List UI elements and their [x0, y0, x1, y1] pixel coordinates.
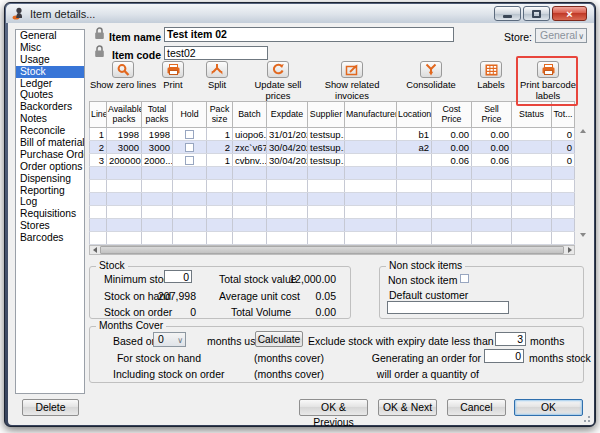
months-cover-hint-1: (months cover) — [254, 352, 324, 364]
col-pack-size[interactable]: Pack size — [207, 102, 233, 128]
sidebar-item-log[interactable]: Log — [16, 196, 84, 208]
ok-next-button[interactable]: OK & Next — [378, 399, 437, 416]
sidebar-item-bill-of-materials[interactable]: Bill of materials — [16, 137, 84, 149]
delete-button[interactable]: Delete — [22, 399, 79, 416]
barcode-printer-icon — [537, 61, 559, 78]
maximize-button[interactable] — [523, 6, 550, 21]
stock-on-hand-value: 207,998 — [138, 290, 196, 302]
show-related-invoices-button[interactable]: Show related invoices — [308, 61, 396, 101]
col-line[interactable]: Line — [90, 102, 107, 128]
total-volume-value: 0.00 — [278, 306, 336, 318]
chevron-down-icon: ∨ — [177, 334, 183, 347]
sidebar-item-general[interactable]: General — [16, 30, 84, 42]
close-button[interactable]: × — [552, 6, 587, 21]
sidebar-item-backorders[interactable]: Backorders — [16, 101, 84, 113]
default-customer-label: Default customer — [389, 289, 468, 301]
stock-on-order-value: 0 — [138, 306, 196, 318]
default-customer-input[interactable] — [387, 301, 509, 314]
generating-order-label: Generating an order for — [338, 352, 481, 364]
title-bar[interactable]: Item details... × — [6, 4, 594, 23]
scroll-left-arrow[interactable] — [90, 246, 99, 254]
sidebar-item-quotes[interactable]: Quotes — [16, 89, 84, 101]
col-cost-price[interactable]: Cost Price — [432, 102, 472, 128]
update-sell-prices-button[interactable]: Update sell prices — [242, 61, 314, 101]
labels-button[interactable]: Labels — [463, 61, 519, 91]
including-stock-label: Including stock on order — [113, 368, 201, 380]
sidebar-item-requisitions[interactable]: Requisitions — [16, 208, 84, 220]
sidebar-item-dispensing[interactable]: Dispensing — [16, 173, 84, 185]
sidebar-item-reporting[interactable]: Reporting — [16, 185, 84, 197]
item-name-label: Item name — [101, 31, 161, 43]
consolidate-button[interactable]: Consolidate — [397, 61, 465, 91]
col-manufacturer[interactable]: Manufacturer — [345, 102, 397, 128]
minimum-stock-input[interactable]: 0 — [164, 270, 192, 283]
table-row-empty[interactable] — [90, 167, 575, 180]
merge-arrows-icon — [420, 61, 442, 78]
print-barcode-labels-button[interactable]: Print barcode labels — [519, 61, 577, 101]
col-hold[interactable]: Hold — [173, 102, 207, 128]
table-row[interactable]: 1 1998 1998 1 uiopo6... 31/01/2020 tests… — [90, 128, 575, 141]
hold-checkbox[interactable] — [185, 156, 194, 165]
non-stock-item-label: Non stock item — [388, 274, 456, 286]
sidebar-item-notes[interactable]: Notes — [16, 113, 84, 125]
table-row[interactable]: 3 200000 2000... 1 cvbnv... 30/04/2024 t… — [90, 154, 575, 167]
total-stock-value: 12,000.00 — [278, 273, 336, 285]
horizontal-scrollbar[interactable] — [89, 245, 575, 255]
ok-button[interactable]: OK — [514, 399, 583, 416]
generating-order-input[interactable]: 0 — [484, 349, 524, 363]
sidebar-item-usage[interactable]: Usage — [16, 54, 84, 66]
scroll-right-arrow[interactable] — [565, 246, 574, 254]
sidebar-item-purchase-orders[interactable]: Purchase Orders — [16, 149, 84, 161]
minimize-button[interactable] — [494, 6, 521, 21]
table-row[interactable]: 2 3000 3000 2 zxc`v67 30/04/2023 testsup… — [90, 141, 575, 154]
table-row-empty[interactable] — [90, 193, 575, 206]
col-total[interactable]: Tot... — [552, 102, 575, 128]
sidebar-item-misc[interactable]: Misc — [16, 42, 84, 54]
col-location[interactable]: Location — [397, 102, 432, 128]
table-row-empty[interactable] — [90, 219, 575, 232]
sidebar-item-stores[interactable]: Stores — [16, 220, 84, 232]
table-row-empty[interactable] — [90, 232, 575, 245]
split-button[interactable]: Split — [183, 61, 251, 91]
non-stock-item-checkbox[interactable] — [460, 274, 469, 283]
grid-labels-icon — [480, 61, 502, 78]
scroll-down-arrow[interactable] — [578, 231, 588, 239]
sidebar-item-stock[interactable]: Stock — [16, 66, 84, 78]
item-code-label: Item code — [101, 49, 161, 61]
col-expdate[interactable]: Expdate — [267, 102, 308, 128]
magnifier-icon — [112, 61, 134, 78]
cancel-button[interactable]: Cancel — [447, 399, 506, 416]
store-select[interactable]: General ∨ — [535, 28, 587, 43]
scroll-up-arrow[interactable] — [578, 127, 588, 135]
col-status[interactable]: Status — [512, 102, 552, 128]
sidebar-item-reconcile[interactable]: Reconcile — [16, 125, 84, 137]
chevron-down-icon: ∨ — [578, 30, 584, 43]
item-code-input[interactable]: test02 — [164, 46, 268, 60]
based-on-select[interactable]: 0 ∨ — [153, 332, 186, 347]
exclude-expiry-label: Exclude stock with expiry date less than — [308, 335, 491, 347]
hold-checkbox[interactable] — [185, 130, 194, 139]
screenshot-stage: Item details... × General Misc Usage Sto… — [0, 0, 600, 433]
hold-checkbox[interactable] — [185, 143, 194, 152]
window-title: Item details... — [30, 8, 95, 20]
item-name-input[interactable]: Test item 02 — [164, 27, 454, 42]
col-total-packs[interactable]: Total packs — [142, 102, 173, 128]
stock-group-legend: Stock — [96, 260, 128, 271]
sidebar-item-barcodes[interactable]: Barcodes — [16, 232, 84, 244]
table-row-empty[interactable] — [90, 180, 575, 193]
sidebar-item-order-options[interactable]: Order options — [16, 161, 84, 173]
resize-grip-icon[interactable] — [581, 413, 591, 423]
split-arrows-icon — [206, 61, 228, 78]
col-supplier[interactable]: Supplier — [308, 102, 345, 128]
calculate-button[interactable]: Calculate — [255, 331, 303, 347]
table-row-empty[interactable] — [90, 206, 575, 219]
col-available-packs[interactable]: Available packs — [107, 102, 142, 128]
sidebar-item-ledger[interactable]: Ledger — [16, 78, 84, 90]
refresh-icon — [267, 61, 289, 78]
scrollbar-thumb[interactable] — [100, 246, 564, 254]
sidebar: General Misc Usage Stock Ledger Quotes B… — [15, 29, 85, 394]
col-batch[interactable]: Batch — [233, 102, 267, 128]
exclude-expiry-input[interactable]: 3 — [495, 332, 526, 346]
col-sell-price[interactable]: Sell Price — [472, 102, 512, 128]
ok-previous-button[interactable]: OK & Previous — [299, 399, 368, 416]
